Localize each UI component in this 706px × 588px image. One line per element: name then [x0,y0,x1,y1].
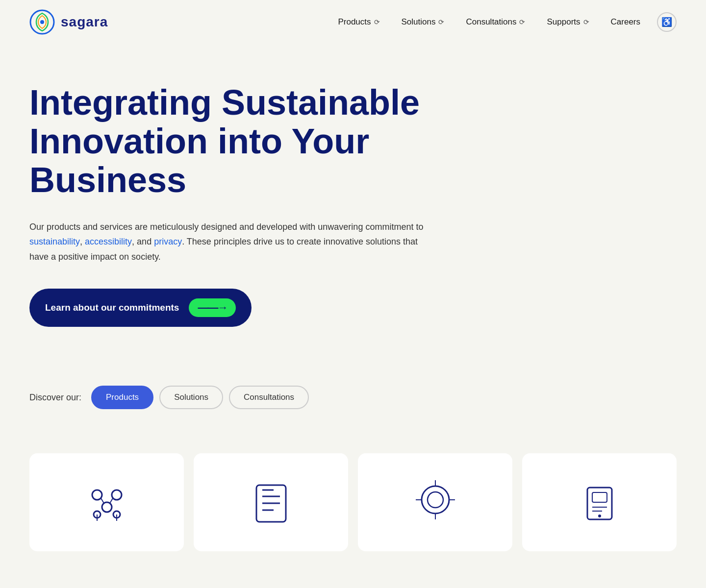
logo-icon [29,9,55,35]
card-1-illustration [82,478,131,527]
cta-arrow-pill: ——→ [189,298,236,317]
discover-row: Discover our: Products Solutions Consult… [29,386,677,409]
nav-links: Products ⟳ Solutions ⟳ Consultations ⟳ S… [329,13,649,31]
cta-label: Learn about our commitments [45,302,179,313]
discover-section: Discover our: Products Solutions Consult… [0,356,706,453]
nav-item-careers[interactable]: Careers [602,13,649,31]
privacy-link[interactable]: privacy [154,237,182,246]
accessibility-link[interactable]: accessibility [85,237,132,246]
tab-solutions[interactable]: Solutions [159,386,223,409]
discover-label: Discover our: [29,392,81,403]
svg-point-3 [112,490,122,500]
hero-description: Our products and services are meticulous… [29,220,436,265]
svg-point-2 [92,490,102,500]
nav-item-consultations[interactable]: Consultations ⟳ [457,13,534,31]
navbar: sagara Products ⟳ Solutions ⟳ Consultati… [0,0,706,44]
cta-button[interactable]: Learn about our commitments ——→ [29,289,252,327]
svg-point-26 [598,514,601,517]
card-2 [194,453,348,551]
sustainability-link[interactable]: sustainability [29,237,80,246]
card-1 [29,453,184,551]
svg-point-16 [422,486,449,514]
nav-item-supports[interactable]: Supports ⟳ [538,13,598,31]
products-dropdown-icon: ⟳ [374,18,380,26]
card-3 [358,453,512,551]
svg-point-4 [102,502,112,512]
tab-consultations[interactable]: Consultations [229,386,309,409]
hero-section: Integrating Sustainable Innovation into … [0,44,539,356]
svg-line-6 [110,498,113,503]
card-4 [522,453,677,551]
svg-point-17 [428,492,443,508]
svg-line-5 [101,498,104,503]
card-4-illustration [575,478,624,527]
discover-tabs: Products Solutions Consultations [91,386,309,409]
svg-rect-23 [592,492,607,502]
card-2-illustration [247,478,296,527]
card-grid [0,453,706,551]
card-3-illustration [411,478,460,527]
logo[interactable]: sagara [29,9,108,35]
nav-item-products[interactable]: Products ⟳ [329,13,388,31]
supports-dropdown-icon: ⟳ [583,18,589,26]
hero-title: Integrating Sustainable Innovation into … [29,83,471,200]
nav-item-solutions[interactable]: Solutions ⟳ [393,13,454,31]
consultations-dropdown-icon: ⟳ [519,18,525,26]
accessibility-icon: ♿ [661,17,672,27]
tab-products[interactable]: Products [91,386,153,409]
logo-text: sagara [61,14,108,30]
arrow-icon: ——→ [198,301,227,314]
accessibility-button[interactable]: ♿ [657,12,677,32]
svg-point-1 [40,20,44,24]
solutions-dropdown-icon: ⟳ [438,18,444,26]
